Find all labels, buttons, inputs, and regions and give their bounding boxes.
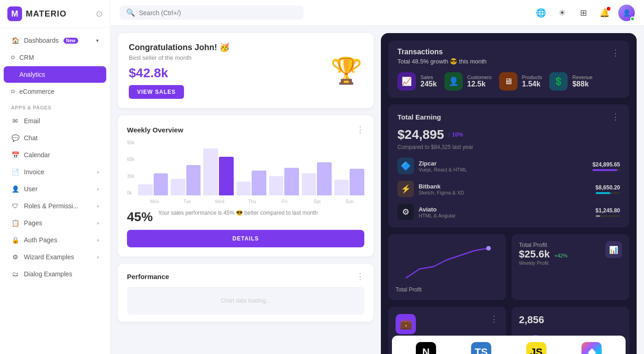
sidebar-item-wizard[interactable]: ⚙ Wizard Examples › [4, 249, 106, 265]
translate-icon[interactable]: 🌐 [534, 6, 548, 20]
sidebar-item-pages[interactable]: 📋 Pages › [4, 215, 106, 231]
products-info: Products 1.54k [522, 74, 542, 88]
earning-items: 🔷 Zipcar Vuejs, React & HTML $24,895.65 [397, 158, 620, 220]
chart-icon: 📊 [605, 241, 622, 258]
sidebar-item-dialog[interactable]: 🗂 Dialog Examples [4, 266, 106, 282]
header: 🔍 🌐 ☀ ⊞ 🔔 👤 [110, 0, 644, 26]
sidebar-item-calendar[interactable]: 📅 Calendar [4, 147, 106, 163]
details-button[interactable]: DETAILS [127, 230, 364, 247]
header-actions: 🌐 ☀ ⊞ 🔔 👤 [534, 5, 635, 21]
aviato-icon: ⚙ [397, 204, 414, 220]
search-input[interactable] [139, 9, 297, 17]
bar-primary [219, 157, 234, 195]
earning-growth: ↑ 10% [448, 131, 463, 138]
customers-info: Customers 12.5k [467, 74, 492, 88]
calendar-icon: 📅 [11, 151, 19, 159]
sidebar-item-ecommerce[interactable]: eCommerce [4, 83, 106, 100]
view-sales-button[interactable]: VIEW SALES [129, 85, 184, 99]
weekly-more-button[interactable]: ⋮ [356, 125, 364, 135]
revenue-icon: 💲 [549, 72, 568, 91]
bar-group [138, 173, 168, 195]
weekly-profit-label: Weekly Profit [519, 260, 568, 266]
sidebar-item-crm[interactable]: CRM [4, 49, 106, 66]
weekly-description: Your sales performance is 45% 😎 better c… [158, 210, 318, 216]
transactions-more-button[interactable]: ⋮ [611, 48, 620, 58]
chevron-icon: › [97, 220, 99, 226]
earning-compare: Compared to $84,325 last year [397, 144, 620, 150]
profit-row: Total Profit Total Profit $25.6k +42% [388, 234, 629, 300]
trophy-emoji: 🏆 [330, 56, 362, 86]
grid-icon[interactable]: ⊞ [576, 6, 591, 20]
customers-icon: 👤 [444, 72, 463, 91]
notification-badge [607, 7, 610, 11]
bar-primary [154, 173, 168, 195]
content-area: Congratulations John! 🥳 Best seller of t… [110, 26, 644, 354]
dot-active-icon [11, 73, 15, 76]
total-profit-label: Total Profit [396, 286, 499, 293]
bitbank-icon: ⚡ [397, 181, 414, 197]
earning-item-bitbank: ⚡ Bitbank Sketch, Figma & XD $8,650.20 [397, 181, 620, 197]
sidebar-item-dashboards[interactable]: 🏠 Dashboards New ▾ [4, 32, 106, 49]
bar-primary [284, 168, 299, 195]
sidebar-item-auth[interactable]: 🔒 Auth Pages › [4, 232, 106, 248]
transactions-card: Transactions Total 48.5% growth 😎 this m… [388, 40, 629, 98]
zipcar-progress [592, 169, 620, 171]
bar-secondary [171, 179, 185, 195]
pages-icon: 📋 [11, 219, 19, 227]
earning-header: Total Earning ⋮ [397, 112, 620, 122]
earning-more-button[interactable]: ⋮ [611, 112, 620, 122]
sidebar-item-email[interactable]: ✉ Email [4, 113, 106, 129]
tech-logos-card: N TS JS ◆ [392, 336, 626, 354]
stat-customers: 👤 Customers 12.5k [444, 72, 492, 91]
chevron-icon: › [97, 169, 99, 175]
left-section: Congratulations John! 🥳 Best seller of t… [118, 33, 374, 354]
sidebar-item-user[interactable]: 👤 User › [4, 181, 106, 197]
dialog-icon: 🗂 [11, 270, 19, 278]
weekly-percent: 45% [127, 210, 153, 224]
transactions-title: Transactions [397, 48, 487, 56]
bar-group [269, 168, 299, 195]
transactions-title-area: Transactions Total 48.5% growth 😎 this m… [397, 48, 487, 65]
bar-secondary [203, 148, 218, 195]
weekly-bottom: 45% Your sales performance is 45% 😎 bett… [127, 210, 364, 224]
perf-more-button[interactable]: ⋮ [356, 271, 364, 281]
earning-item-zipcar: 🔷 Zipcar Vuejs, React & HTML $24,895.65 [397, 158, 620, 174]
weekly-overview-card: Weekly Overview ⋮ 90k 60k 30k 0k [118, 115, 374, 257]
sidebar-item-roles[interactable]: 🛡 Roles & Permissi... › [4, 198, 106, 214]
sidebar-item-analytics[interactable]: Analytics [4, 66, 106, 83]
weekly-profit-card: Total Profit $25.6k +42% Weekly Profit 📊 [512, 234, 629, 300]
performance-card: Performance ⋮ Chart data loading... [118, 264, 374, 322]
bar-secondary [269, 176, 284, 195]
bar-secondary [138, 184, 153, 195]
home-icon: 🏠 [11, 37, 19, 44]
typescript-logo: TS [471, 342, 491, 354]
earning-amount: $24,895 ↑ 10% [397, 127, 620, 142]
main-area: 🔍 🌐 ☀ ⊞ 🔔 👤 Congratula [110, 0, 644, 354]
bitbank-info: Bitbank Sketch, Figma & XD [419, 183, 591, 195]
sidebar-toggle[interactable]: ⊙ [96, 9, 103, 19]
logo-area: M MATERIO ⊙ [0, 0, 110, 28]
avatar-wrap[interactable]: 👤 [618, 5, 635, 21]
profit-card-title: Total Profit [519, 241, 568, 248]
sales-icon: 📈 [397, 72, 416, 91]
bar-group [203, 148, 233, 195]
chevron-icon: › [97, 186, 99, 192]
chevron-icon: › [97, 203, 99, 209]
bar-group [334, 169, 364, 195]
sidebar-item-invoice[interactable]: 📄 Invoice › [4, 164, 106, 180]
auth-icon: 🔒 [11, 236, 19, 244]
aviato-amount: $1,245.80 [596, 207, 620, 217]
congrats-amount: $42.8k [129, 66, 230, 80]
profit-stats: Total Profit $25.6k +42% Weekly Profit [519, 241, 568, 266]
sidebar-item-chat[interactable]: 💬 Chat [4, 130, 106, 146]
bar-primary [317, 162, 332, 195]
main-grid: Congratulations John! 🥳 Best seller of t… [118, 33, 637, 354]
zipcar-icon: 🔷 [397, 158, 414, 174]
bar-chart [138, 140, 364, 195]
search-bar[interactable]: 🔍 [120, 6, 304, 20]
theme-icon[interactable]: ☀ [555, 6, 569, 20]
notification-icon[interactable]: 🔔 [597, 6, 612, 20]
new-project-more-button[interactable]: ⋮ [490, 314, 499, 324]
nextjs-logo: N [416, 342, 436, 354]
x-axis: Mon Tue Wed Thu Fri Sat Sun [140, 199, 364, 204]
